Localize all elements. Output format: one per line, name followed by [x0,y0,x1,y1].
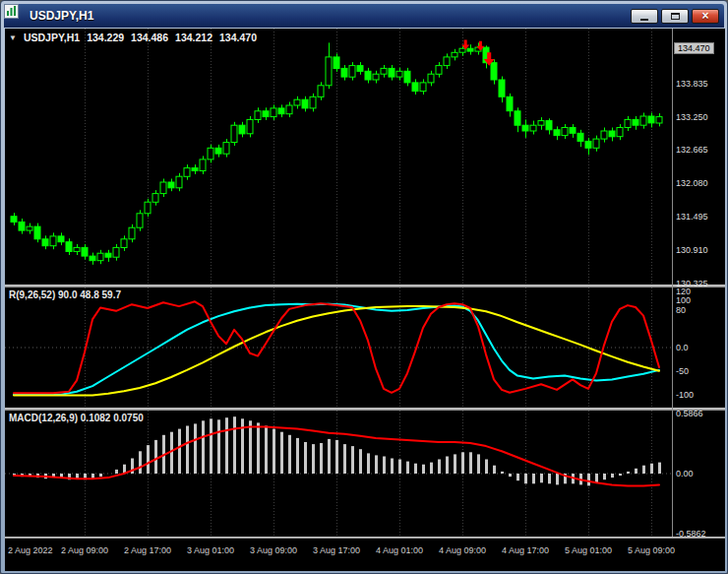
low-value: 134.212 [175,32,212,43]
grid-lines [86,29,652,285]
high-value: 134.486 [131,32,168,43]
time-label: 3 Aug 01:00 [187,545,234,555]
time-label: 3 Aug 17:00 [313,545,360,555]
chart-window: USDJPY,H1 × ▼ USDJPY,H1 134.229 134.486 … [0,0,728,574]
price-label: 130.910 [676,245,708,256]
price-label: 133.835 [676,79,708,90]
time-scale[interactable]: 2 Aug 20222 Aug 09:002 Aug 17:003 Aug 01… [5,539,725,571]
chart-window-icon [9,9,24,24]
price-scale[interactable]: 134.470133.835133.250132.665132.080131.4… [673,29,725,537]
price-chart-panel[interactable]: ▼ USDJPY,H1 134.229 134.486 134.212 134.… [5,29,672,285]
time-label: 4 Aug 17:00 [502,545,549,555]
titlebar[interactable]: USDJPY,H1 × [4,4,724,28]
macd-label: MACD(12,26,9) 0.1082 0.0750 [9,413,144,423]
macd-panel[interactable]: MACD(12,26,9) 0.1082 0.0750 [5,411,672,537]
price-label: 0.0 [676,343,689,353]
price-label: 80 [676,305,686,316]
oscillator-label: R(9,26,52) 90.0 48.8 59.7 [9,289,121,300]
time-label: 4 Aug 09:00 [439,545,486,555]
minimize-button[interactable] [631,9,658,24]
chart-client-area: ▼ USDJPY,H1 134.229 134.486 134.212 134.… [5,29,725,571]
time-label: 5 Aug 01:00 [565,545,612,555]
minimize-icon [640,19,648,21]
window-title: USDJPY,H1 [30,9,631,23]
time-label: 4 Aug 01:00 [376,545,423,555]
time-label: 3 Aug 09:00 [250,545,297,555]
open-value: 134.229 [87,32,124,43]
price-label: 133.250 [676,112,708,123]
signal-arrows [461,40,494,66]
price-label: 132.080 [676,178,708,189]
collapse-arrow-icon[interactable]: ▼ [9,33,17,42]
price-label: -50 [676,366,689,377]
oscillator-panel[interactable]: R(9,26,52) 90.0 48.8 59.7 [5,287,672,408]
grid-lines [86,287,652,408]
price-label: -100 [676,390,694,401]
current-price-label: 134.470 [674,42,714,54]
time-label: 5 Aug 09:00 [628,545,675,555]
price-label: 132.665 [676,145,708,156]
price-label: 0.5866 [676,409,703,419]
symbol-period-label: USDJPY,H1 [24,32,80,43]
time-label: 2 Aug 17:00 [124,545,171,555]
price-label: 131.495 [676,212,708,223]
time-label: 2 Aug 2022 [8,545,53,555]
price-label: 0.00 [676,469,694,479]
candlestick-chart [5,29,672,285]
oscillator-chart [5,287,672,408]
macd-chart [5,411,672,537]
close-icon: × [701,10,708,22]
window-controls: × [631,9,719,24]
time-label: 2 Aug 09:00 [61,545,108,555]
maximize-icon [671,13,680,20]
close-button[interactable]: × [692,9,719,24]
close-value: 134.470 [219,32,257,43]
maximize-button[interactable] [661,9,689,24]
ohlc-readout: ▼ USDJPY,H1 134.229 134.486 134.212 134.… [9,32,257,43]
